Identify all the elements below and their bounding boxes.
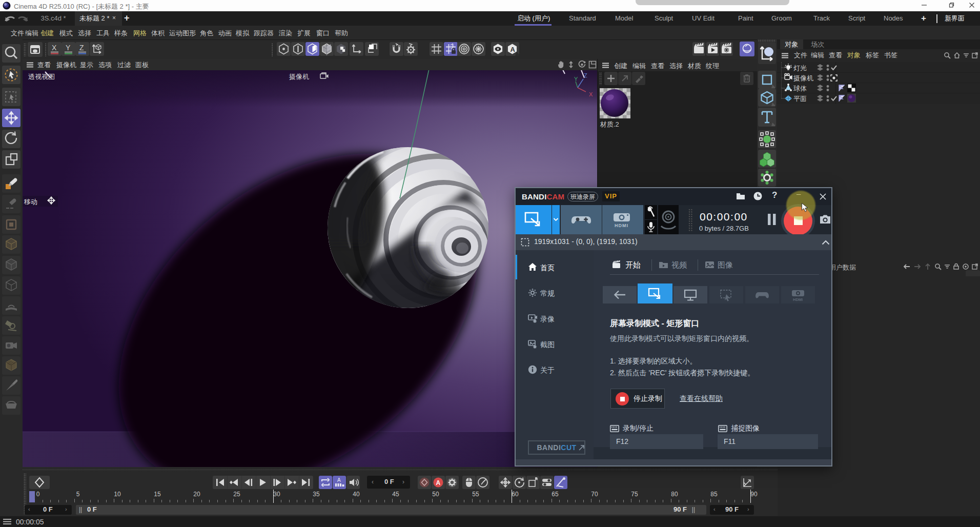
svg-text:A: A — [511, 46, 516, 53]
svg-text:Z: Z — [584, 72, 587, 78]
svg-text:摄像机: 摄像机 — [289, 73, 309, 80]
svg-text:透视视图: 透视视图 — [28, 73, 55, 80]
svg-text:HDMI: HDMI — [615, 223, 628, 228]
svg-text:A: A — [337, 477, 341, 483]
svg-text:Z: Z — [79, 44, 84, 52]
svg-text:X: X — [52, 44, 57, 52]
svg-text:A: A — [436, 479, 441, 487]
svg-text:Y: Y — [66, 44, 71, 52]
svg-text:Y: Y — [574, 76, 578, 82]
svg-text:X: X — [589, 91, 593, 97]
svg-text:移动: 移动 — [24, 198, 37, 206]
svg-text:HDMI: HDMI — [793, 297, 803, 302]
